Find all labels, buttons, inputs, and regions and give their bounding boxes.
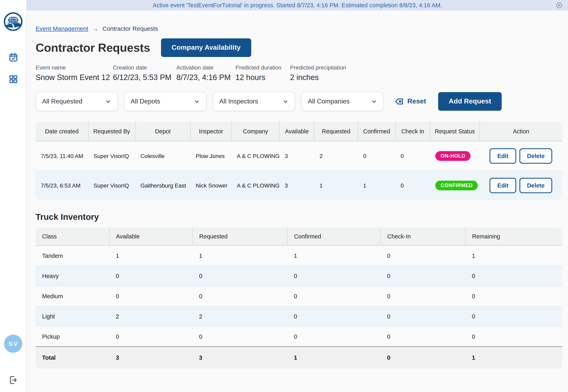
cell-actions: Edit Delete [480, 141, 562, 171]
column-header: Check in [395, 122, 430, 141]
edit-button[interactable]: Edit [490, 178, 516, 193]
company-availability-button[interactable]: Company Availability [161, 38, 251, 57]
event-detail: Creation date 6/12/23, 5:53 PM [113, 64, 176, 82]
cell-company: A & C PLOWING [232, 141, 280, 171]
cell-class: Pickup [36, 326, 109, 347]
breadcrumb-current: Contractor Requests [102, 25, 158, 32]
chevron-down-icon [282, 98, 288, 104]
table-row: Tandem 1 1 1 0 1 [36, 246, 562, 266]
table-row: Heavy 0 0 0 0 0 [36, 266, 562, 286]
delete-button[interactable]: Delete [519, 148, 552, 164]
column-header: Request Status [430, 122, 480, 141]
chevron-down-icon [194, 98, 200, 104]
calendar-check-icon [9, 53, 18, 62]
cell-confirmed: 1 [287, 347, 381, 369]
inspectors-filter-dropdown[interactable]: All Inspectors [213, 92, 295, 111]
delete-button[interactable]: Delete [519, 178, 552, 193]
column-header: Available [109, 227, 193, 246]
cell-available: 0 [109, 326, 193, 347]
contractor-requests-table: Date created Requested By Depot Inspecto… [36, 122, 562, 200]
event-detail: Activation date 8/7/23, 4:16 PM [176, 64, 236, 82]
table-total-row: Total 3 3 1 0 1 [36, 347, 562, 369]
depots-filter-dropdown[interactable]: All Depots [124, 92, 206, 111]
cell-confirmed: 0 [287, 306, 381, 326]
cell-check-in: 0 [395, 171, 430, 200]
column-header: Check-In [381, 227, 465, 246]
cell-class: Heavy [36, 266, 109, 286]
cell-requested: 0 [193, 266, 287, 286]
app-window: SV Active event 'TestEventForTutorial' i… [0, 0, 568, 392]
cell-available: 3 [280, 171, 314, 200]
dashboard-grid-icon [9, 74, 18, 84]
active-event-banner: Active event 'TestEventForTutorial' in p… [27, 0, 568, 11]
sidebar-item-dashboard[interactable] [9, 74, 18, 84]
sidebar: SV [0, 0, 27, 392]
column-header: Action [480, 122, 562, 141]
column-header: Date created [36, 122, 88, 141]
cell-class: Total [36, 347, 109, 369]
cell-remaining: 0 [465, 326, 562, 347]
column-header: Remaining [465, 227, 562, 246]
cell-remaining: 0 [465, 306, 562, 326]
companies-filter-dropdown[interactable]: All Companies [301, 92, 384, 111]
event-detail: Predicted duration 12 hours [236, 64, 290, 82]
detail-label: Event name [36, 64, 113, 71]
event-details: Event name Snow Storm Event 12 Creation … [36, 64, 562, 82]
add-request-button[interactable]: Add Request [438, 92, 502, 111]
cell-confirmed: 1 [287, 246, 381, 266]
detail-label: Predicted duration [236, 64, 290, 71]
banner-close-button[interactable] [555, 2, 563, 9]
event-detail: Predicted precipitation 2 inches [290, 64, 562, 82]
event-detail: Event name Snow Storm Event 12 [36, 64, 113, 82]
truck-inventory-table: Class Available Requested Confirmed Chec… [36, 227, 562, 369]
chevron-down-icon [371, 98, 377, 104]
user-avatar[interactable]: SV [4, 335, 22, 353]
cell-requested-by: Super VisorIQ [88, 141, 135, 171]
cell-status: CONFIRMED [430, 171, 480, 200]
log-out-icon [9, 376, 18, 385]
circle-x-icon [555, 2, 563, 9]
breadcrumb: Event Management → Contractor Requests [36, 25, 562, 32]
cell-check-in: 0 [381, 286, 465, 306]
reset-filters-button[interactable]: Reset [392, 96, 429, 107]
cell-class: Medium [36, 286, 109, 306]
cell-check-in: 0 [381, 326, 465, 347]
snowplow-truck-logo-icon [4, 12, 23, 31]
cell-requested: 2 [193, 306, 287, 326]
sidebar-item-events[interactable] [9, 53, 18, 62]
cell-available: 2 [109, 306, 193, 326]
dropdown-value: All Depots [131, 98, 160, 105]
cell-depot: Colesville [135, 141, 190, 171]
cell-inspector: Plow Jones [191, 141, 232, 171]
backspace-x-icon [394, 97, 404, 106]
cell-actions: Edit Delete [480, 171, 562, 200]
cell-class: Light [36, 306, 109, 326]
avatar-initials: SV [9, 340, 19, 347]
cell-requested: 2 [314, 141, 358, 171]
breadcrumb-link-event-management[interactable]: Event Management [36, 25, 88, 32]
column-header: Available [280, 122, 314, 141]
column-header: Requested [193, 227, 287, 246]
edit-button[interactable]: Edit [490, 148, 516, 164]
cell-status: ON-HOLD [430, 141, 480, 171]
detail-value: 6/12/23, 5:53 PM [113, 73, 176, 82]
request-status-badge: CONFIRMED [435, 181, 478, 190]
detail-value: Snow Storm Event 12 [36, 73, 113, 82]
cell-available: 1 [109, 246, 193, 266]
dropdown-value: All Inspectors [219, 98, 258, 105]
table-row: Pickup 0 0 0 0 0 [36, 326, 562, 347]
cell-available: 0 [109, 286, 193, 306]
detail-value: 8/7/23, 4:16 PM [176, 73, 236, 82]
requested-filter-dropdown[interactable]: All Requested [36, 92, 118, 111]
filter-bar: All Requested All Depots All Inspectors … [36, 92, 562, 111]
cell-check-in: 0 [381, 306, 465, 326]
logout-button[interactable] [9, 376, 18, 385]
cell-remaining: 0 [465, 266, 562, 286]
cell-requested: 1 [314, 171, 358, 200]
cell-check-in: 0 [381, 347, 465, 369]
column-header: Confirmed [358, 122, 395, 141]
cell-check-in: 0 [381, 246, 465, 266]
cell-depot: Gaithersburg East [135, 171, 190, 200]
cell-remaining: 1 [465, 246, 562, 266]
column-header: Inspector [191, 122, 232, 141]
